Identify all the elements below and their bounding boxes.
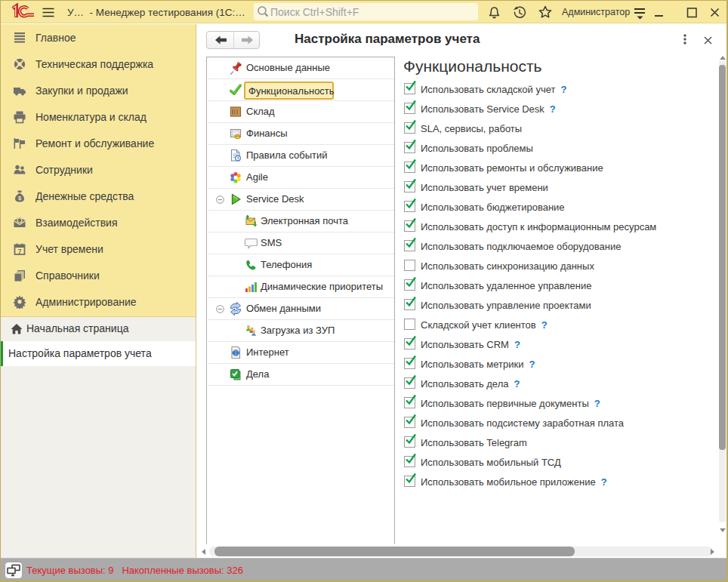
svg-text:7: 7 [18,248,22,255]
